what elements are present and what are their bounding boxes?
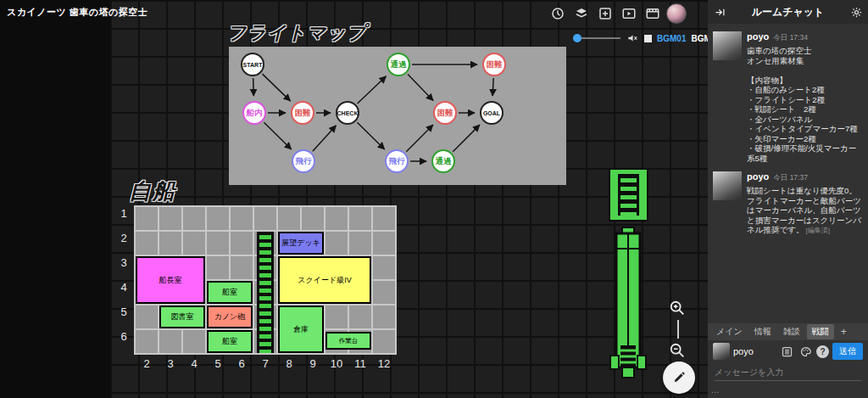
flight-node-check[interactable]: CHECK — [336, 101, 359, 125]
speaker-name[interactable]: poyo — [733, 346, 776, 356]
flight-node-trouble_a[interactable]: 困難 — [291, 101, 314, 125]
chat-message-list[interactable]: poyo今日 17:34歯車の塔の探空士 オンセ用素材集 【内容物】 ・自船のみ… — [708, 24, 868, 323]
message-timestamp: 今日 17:34 — [773, 33, 808, 43]
clock-icon[interactable] — [548, 3, 568, 24]
panel-resize-handle[interactable]: ... — [708, 384, 868, 398]
zoom-out-icon[interactable] — [668, 341, 687, 360]
collapse-panel-icon[interactable] — [712, 4, 727, 20]
flight-node-goal[interactable]: GOAL — [480, 101, 504, 125]
ship-col-label: 11 — [349, 357, 371, 370]
chat-tabs: メイン情報雑談戦闘+ — [708, 323, 868, 340]
user-avatar[interactable] — [666, 3, 687, 24]
zoom-in-icon[interactable] — [668, 299, 687, 317]
bgm-track-1[interactable]: BGM01 — [657, 34, 686, 43]
help-icon[interactable]: ? — [816, 345, 829, 358]
ship-sheet[interactable]: 展望デッキ船長室スクイード級IV船室図書室カノン砲倉庫船室作業台 — [134, 205, 397, 355]
chat-input-row: poyo ? 送信 — [708, 340, 868, 362]
toolbar — [548, 3, 687, 24]
ship-row-label: 4 — [117, 281, 131, 294]
chat-tab-メイン[interactable]: メイン — [711, 324, 748, 339]
flight-map-title: フライトマップ — [227, 20, 367, 46]
flight-node-trouble_top[interactable]: 困難 — [482, 53, 506, 76]
ship-col-label: 12 — [373, 357, 395, 370]
zoom-slider[interactable] — [677, 320, 679, 339]
airship-token[interactable] — [609, 227, 647, 384]
ship-room[interactable]: 船室 — [207, 281, 253, 304]
color-palette-icon[interactable] — [798, 344, 813, 359]
ship-col-label: 5 — [207, 357, 229, 370]
mute-icon[interactable] — [626, 31, 639, 45]
flight-node-flight_l[interactable]: 飛行 — [292, 149, 315, 173]
speaker-avatar[interactable] — [713, 343, 730, 360]
layers-icon[interactable] — [571, 3, 592, 24]
volume-slider[interactable] — [573, 37, 620, 39]
chat-title: ルームチャット — [727, 5, 849, 20]
ship-col-label: 3 — [159, 357, 181, 370]
flight-node-pass_top[interactable]: 通過 — [387, 53, 410, 76]
chat-header: ルームチャット — [708, 0, 868, 24]
pencil-icon — [671, 370, 687, 385]
message-author: poyo — [747, 31, 769, 42]
edited-badge: [編集済] — [804, 227, 830, 234]
chat-tab-戦闘[interactable]: 戦闘 — [807, 324, 834, 339]
app-root: スカイノーツ 歯車の塔の探空士 BGM01 BGM02 フライトマップ — [0, 0, 868, 398]
ship-room[interactable]: 作業台 — [326, 332, 371, 350]
flight-node-sennai[interactable]: 船内 — [242, 101, 266, 125]
video-icon[interactable] — [619, 3, 639, 24]
ship-room[interactable]: スクイード級IV — [278, 256, 371, 304]
ship-room[interactable]: 図書室 — [159, 306, 205, 328]
add-panel-icon[interactable] — [595, 3, 615, 24]
message-timestamp: 今日 17:37 — [773, 173, 808, 183]
volume-slider-handle[interactable] — [573, 34, 581, 42]
stop-button[interactable] — [644, 35, 652, 42]
chat-avatar — [713, 31, 742, 60]
flight-node-pass_bottom[interactable]: 通過 — [431, 149, 455, 173]
send-button[interactable]: 送信 — [832, 343, 863, 360]
chat-palette-list-icon[interactable] — [779, 344, 794, 359]
message-text: 歯車の塔の探空士 オンセ用素材集 【内容物】 ・自船のみシート2種 ・フライトシ… — [747, 46, 863, 163]
ship-row-label: 5 — [117, 306, 131, 318]
message-input-placeholder: メッセージを入力 — [715, 367, 783, 378]
ship-room[interactable]: 展望デッキ — [278, 232, 324, 255]
ship-col-label: 2 — [136, 357, 158, 370]
message-text: 戦闘シートは重なり優先度0。フライトマーカーと敵船パーツはマーカーパネル、自船パ… — [747, 186, 863, 236]
flight-map-panel[interactable]: START通過困難船内困難CHECK困難GOAL飛行飛行通過 — [229, 47, 566, 185]
flight-node-start[interactable]: START — [241, 53, 264, 76]
message-author: poyo — [747, 171, 769, 182]
ship-room[interactable]: カノン砲 — [207, 306, 253, 328]
chat-avatar — [713, 171, 742, 200]
chat-tab-雑談[interactable]: 雑談 — [778, 324, 805, 339]
ship-col-label: 7 — [254, 357, 276, 370]
ship-col-label: 8 — [278, 357, 300, 370]
ship-col-label: 10 — [326, 357, 348, 370]
movie-icon[interactable] — [643, 3, 663, 24]
ship-room[interactable]: 船室 — [207, 330, 253, 353]
gear-icon[interactable] — [849, 4, 864, 20]
ship-rooms: 展望デッキ船長室スクイード級IV船室図書室カノン砲倉庫船室作業台 — [134, 205, 397, 355]
ship-row-label: 2 — [117, 232, 131, 244]
ship-col-label: 4 — [183, 357, 205, 370]
ship-col-label: 9 — [302, 357, 324, 370]
ship-row-label: 1 — [117, 207, 131, 220]
flight-map-nodes: START通過困難船内困難CHECK困難GOAL飛行飛行通過 — [229, 47, 566, 185]
ship-title: 自船 — [129, 177, 176, 206]
chat-message: poyo今日 17:34歯車の塔の探空士 オンセ用素材集 【内容物】 ・自船のみ… — [713, 31, 863, 163]
ladder-track[interactable] — [257, 232, 274, 353]
room-title: スカイノーツ 歯車の塔の探空士 — [7, 6, 147, 19]
ship-col-label: 6 — [231, 357, 253, 370]
chat-panel: ルームチャット poyo今日 17:34歯車の塔の探空士 オンセ用素材集 【内容… — [708, 0, 868, 398]
ship-row-label: 6 — [117, 330, 131, 343]
ship-row-label: 3 — [117, 256, 131, 269]
chat-tab-情報[interactable]: 情報 — [749, 324, 776, 339]
flight-node-trouble_b[interactable]: 困難 — [433, 101, 457, 125]
chat-message: poyo今日 17:37戦闘シートは重なり優先度0。フライトマーカーと敵船パーツ… — [713, 171, 863, 236]
ship-room[interactable]: 倉庫 — [278, 306, 324, 353]
edit-fab[interactable] — [663, 362, 695, 394]
add-tab-button[interactable]: + — [836, 326, 852, 338]
flight-node-flight_r[interactable]: 飛行 — [385, 149, 409, 173]
ladder-token[interactable] — [609, 168, 648, 221]
message-input[interactable]: メッセージを入力 — [715, 364, 861, 381]
ship-room[interactable]: 船長室 — [136, 256, 205, 304]
bgm-controls: BGM01 BGM02 — [573, 32, 721, 44]
